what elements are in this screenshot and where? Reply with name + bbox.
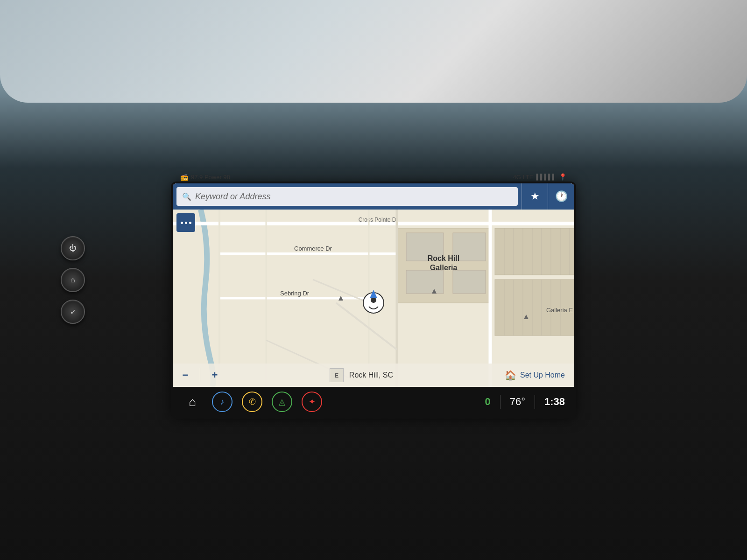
svg-text:Rock Hill: Rock Hill: [428, 254, 459, 262]
zoom-out-button[interactable]: −: [178, 369, 192, 381]
music-button[interactable]: ♪: [212, 392, 233, 412]
main-screen: 🔍 Keyword or Address ★ 🕐: [173, 183, 574, 417]
home-nav-icon: ⌂: [189, 395, 196, 409]
confirm-button[interactable]: ✓: [61, 300, 85, 324]
favorites-button[interactable]: ★: [522, 183, 548, 210]
apps-button[interactable]: ✦: [302, 392, 322, 412]
svg-rect-4: [406, 270, 444, 294]
status-right: 4G LTE ▌▌▌▌▌ 📍: [513, 173, 567, 181]
nav-arrow-icon: ◬: [279, 397, 285, 407]
speed-display: 0: [485, 396, 490, 408]
setup-home-label: Set Up Home: [520, 371, 565, 379]
home-physical-icon: ⌂: [70, 276, 75, 284]
map-area[interactable]: Cross Pointe Dr Commerce Dr Sebring Dr: [173, 210, 574, 387]
dashboard-top-panel: [0, 0, 747, 103]
status-bar: 📻 97.9 Power 98 4G LTE ▌▌▌▌▌ 📍: [173, 171, 574, 183]
svg-text:Commerce Dr: Commerce Dr: [294, 245, 332, 252]
gps-icon: 📍: [559, 173, 567, 181]
direction-badge: E: [330, 368, 344, 382]
zoom-in-button[interactable]: +: [208, 369, 222, 381]
navigation-app: 🔍 Keyword or Address ★ 🕐: [173, 183, 574, 387]
map-bottom-bar: − + E Rock Hill, SC 🏠 Set Up Home: [173, 364, 574, 387]
status-separator-1: [500, 395, 500, 409]
star-icon: ★: [530, 190, 540, 203]
home-physical-button[interactable]: ⌂: [61, 268, 85, 292]
search-placeholder: Keyword or Address: [195, 192, 270, 202]
zoom-separator: [200, 368, 200, 382]
map-svg: Cross Pointe Dr Commerce Dr Sebring Dr: [173, 210, 574, 387]
nav-status-group: 0 76° 1:38: [485, 395, 565, 409]
power-icon: ⏻: [69, 244, 77, 252]
phone-icon: ✆: [249, 397, 256, 407]
menu-dots-icon: [181, 222, 191, 224]
svg-text:Galleria E: Galleria E: [546, 307, 573, 314]
bottom-nav-bar: ⌂ ♪ ✆ ◬ ✦ 0 76° 1:: [173, 387, 574, 417]
power-button[interactable]: ⏻: [61, 236, 85, 260]
city-name: Rock Hill, SC: [349, 371, 393, 379]
svg-text:Galleria: Galleria: [430, 264, 458, 272]
search-icon: 🔍: [182, 192, 191, 201]
radio-label: 97.9 Power 98: [191, 174, 230, 181]
signal-bars: ▌▌▌▌▌: [536, 174, 556, 180]
history-icon: 🕐: [555, 190, 568, 203]
svg-text:Sebring Dr: Sebring Dr: [280, 290, 310, 297]
navigation-button[interactable]: ◬: [272, 392, 292, 412]
history-button[interactable]: 🕐: [548, 183, 574, 210]
nav-home-button[interactable]: ⌂: [182, 392, 203, 412]
home-setup-icon: 🏠: [505, 370, 516, 381]
temperature-display: 76°: [510, 396, 525, 408]
zoom-controls: − +: [173, 368, 227, 382]
clock-display: 1:38: [544, 396, 565, 408]
music-icon: ♪: [220, 397, 225, 407]
physical-button-group: ⏻ ⌂ ✓: [61, 236, 85, 324]
search-bar: 🔍 Keyword or Address ★ 🕐: [173, 183, 574, 210]
search-input-area[interactable]: 🔍 Keyword or Address: [176, 187, 518, 206]
svg-text:Cross Pointe Dr: Cross Pointe Dr: [359, 217, 398, 223]
svg-rect-6: [495, 228, 574, 275]
search-actions: ★ 🕐: [521, 183, 574, 210]
status-left: 📻 97.9 Power 98: [180, 173, 230, 181]
setup-home-button[interactable]: 🏠 Set Up Home: [495, 370, 574, 381]
apps-icon: ✦: [309, 397, 316, 407]
phone-button[interactable]: ✆: [242, 392, 262, 412]
map-menu-button[interactable]: [176, 213, 195, 232]
nav-icon-group: ⌂ ♪ ✆ ◬ ✦: [182, 392, 485, 412]
check-icon: ✓: [70, 308, 76, 316]
radio-icon: 📻: [180, 173, 188, 181]
signal-label: 4G LTE: [513, 174, 534, 181]
status-separator-2: [535, 395, 535, 409]
location-info: E Rock Hill, SC: [227, 368, 495, 382]
infotainment-screen: 📻 97.9 Power 98 4G LTE ▌▌▌▌▌ 📍 🔍 Keyword…: [173, 171, 574, 417]
svg-rect-5: [453, 270, 486, 294]
